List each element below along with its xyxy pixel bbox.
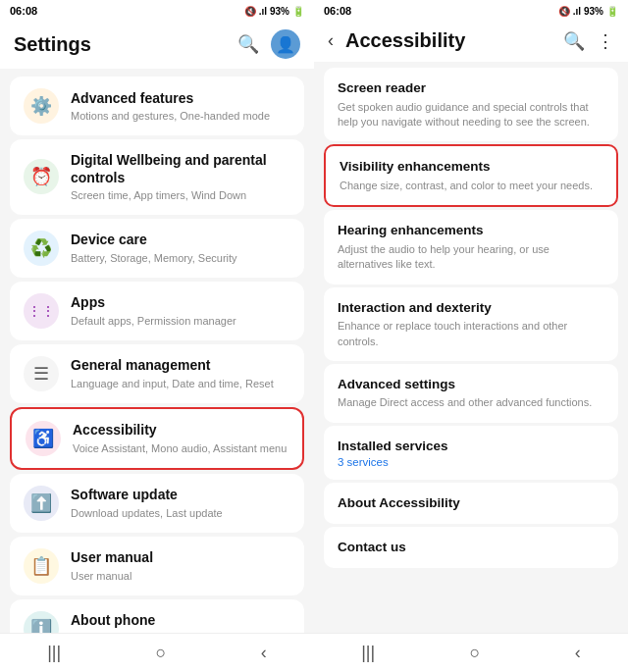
about-phone-text: About phone Status, Legal information, P… (71, 611, 290, 633)
acc-item-interaction-dexterity[interactable]: Interaction and dexterity Enhance or rep… (324, 287, 618, 361)
acc-item-installed-services[interactable]: Installed services 3 services (324, 426, 618, 481)
installed-services-badge: 3 services (338, 456, 604, 468)
left-nav-home[interactable]: ○ (136, 639, 186, 667)
left-wifi-icon: .ıl (259, 6, 267, 17)
left-bottom-nav: ||| ○ ‹ (0, 633, 314, 672)
acc-item-hearing-enhancements[interactable]: Hearing enhancements Adjust the audio to… (324, 210, 618, 284)
general-management-text: General management Language and input, D… (71, 356, 290, 389)
device-care-icon: ♻️ (24, 231, 59, 266)
right-panel: 06:08 🔇 .ıl 93% 🔋 ‹ Accessibility 🔍 ⋮ Sc… (314, 0, 628, 672)
left-nav-recent[interactable]: ||| (27, 639, 80, 667)
hearing-enhancements-subtitle: Adjust the audio to help your hearing, o… (338, 242, 604, 273)
right-nav-back[interactable]: ‹ (555, 639, 601, 667)
back-icon[interactable]: ‹ (328, 30, 334, 51)
user-manual-icon: 📋 (24, 548, 59, 584)
software-update-title: Software update (71, 486, 290, 503)
setting-item-user-manual[interactable]: 📋 User manual User manual (10, 537, 304, 595)
advanced-settings-title: Advanced settings (338, 376, 604, 393)
accessibility-title: Accessibility (73, 421, 288, 439)
left-search-icon[interactable]: 🔍 (237, 33, 259, 55)
installed-services-title: Installed services (338, 438, 604, 455)
advanced-features-title: Advanced features (71, 89, 290, 107)
visibility-enhancements-title: Visibility enhancements (340, 158, 602, 176)
device-care-title: Device care (71, 231, 290, 248)
right-battery-icon: 🔋 (606, 6, 618, 17)
right-header-icons: 🔍 ⋮ (563, 30, 614, 52)
right-nav-recent[interactable]: ||| (341, 639, 394, 667)
software-update-text: Software update Download updates, Last u… (71, 486, 290, 519)
setting-item-device-care[interactable]: ♻️ Device care Battery, Storage, Memory,… (10, 219, 304, 278)
setting-item-accessibility[interactable]: ♿ Accessibility Voice Assistant, Mono au… (10, 407, 304, 470)
left-status-bar: 06:08 🔇 .ıl 93% 🔋 (0, 0, 314, 22)
left-nav-back[interactable]: ‹ (241, 639, 287, 667)
right-status-bar: 06:08 🔇 .ıl 93% 🔋 (314, 0, 628, 22)
setting-item-digital-wellbeing[interactable]: ⏰ Digital Wellbeing and parental control… (10, 139, 304, 215)
setting-item-advanced-features[interactable]: ⚙️ Advanced features Motions and gesture… (10, 77, 304, 135)
software-update-subtitle: Download updates, Last update (71, 506, 290, 520)
digital-wellbeing-title: Digital Wellbeing and parental controls (71, 151, 290, 186)
right-signal-icon: 🔇 (558, 6, 570, 17)
left-signal-icon: 🔇 (244, 6, 256, 17)
visibility-enhancements-subtitle: Change size, contrast, and color to meet… (340, 179, 602, 193)
device-care-text: Device care Battery, Storage, Memory, Se… (71, 231, 290, 264)
acc-item-advanced-settings[interactable]: Advanced settings Manage Direct access a… (324, 364, 618, 423)
settings-list: ⚙️ Advanced features Motions and gesture… (0, 69, 314, 633)
apps-text: Apps Default apps, Permission manager (71, 293, 290, 327)
interaction-dexterity-subtitle: Enhance or replace touch interactions an… (338, 319, 604, 349)
accessibility-subtitle: Voice Assistant, Mono audio, Assistant m… (73, 441, 288, 455)
advanced-features-text: Advanced features Motions and gestures, … (71, 89, 290, 123)
setting-item-general-management[interactable]: ☰ General management Language and input,… (10, 344, 304, 403)
acc-item-about-accessibility[interactable]: About Accessibility (324, 483, 618, 524)
left-header-icons: 🔍 👤 (237, 29, 300, 59)
setting-item-about-phone[interactable]: ℹ️ About phone Status, Legal information… (10, 599, 304, 633)
left-header: Settings 🔍 👤 (0, 22, 314, 69)
hearing-enhancements-title: Hearing enhancements (338, 222, 604, 239)
left-battery-icon: 🔋 (292, 6, 304, 17)
user-manual-text: User manual User manual (71, 548, 290, 582)
right-search-icon[interactable]: 🔍 (563, 30, 585, 52)
general-management-title: General management (71, 356, 290, 374)
right-time: 06:08 (324, 5, 351, 17)
accessibility-page-title: Accessibility (345, 29, 465, 52)
right-status-icons: 🔇 .ıl 93% 🔋 (558, 6, 618, 17)
acc-item-screen-reader[interactable]: Screen reader Get spoken audio guidance … (324, 68, 618, 141)
acc-item-visibility-enhancements[interactable]: Visibility enhancements Change size, con… (324, 144, 618, 207)
interaction-dexterity-title: Interaction and dexterity (338, 299, 604, 317)
left-battery-text: 93% (270, 6, 289, 17)
about-phone-title: About phone (71, 611, 290, 629)
advanced-settings-subtitle: Manage Direct access and other advanced … (338, 395, 604, 410)
user-avatar[interactable]: 👤 (271, 29, 300, 59)
general-management-subtitle: Language and input, Date and time, Reset (71, 377, 290, 390)
right-header: ‹ Accessibility 🔍 ⋮ (314, 22, 628, 62)
left-status-icons: 🔇 .ıl 93% 🔋 (244, 6, 304, 17)
right-nav-home[interactable]: ○ (450, 639, 500, 667)
digital-wellbeing-text: Digital Wellbeing and parental controls … (71, 151, 290, 203)
avatar-icon: 👤 (276, 35, 295, 54)
apps-icon: ⋮⋮ (24, 293, 59, 329)
apps-subtitle: Default apps, Permission manager (71, 314, 290, 328)
settings-title: Settings (14, 33, 91, 56)
about-accessibility-title: About Accessibility (338, 494, 604, 512)
contact-us-title: Contact us (338, 539, 604, 556)
setting-item-software-update[interactable]: ⬆️ Software update Download updates, Las… (10, 474, 304, 533)
screen-reader-title: Screen reader (338, 79, 604, 97)
accessibility-text: Accessibility Voice Assistant, Mono audi… (73, 421, 288, 454)
device-care-subtitle: Battery, Storage, Memory, Security (71, 251, 290, 265)
apps-title: Apps (71, 293, 290, 311)
right-bottom-nav: ||| ○ ‹ (314, 633, 628, 672)
acc-item-contact-us[interactable]: Contact us (324, 527, 618, 568)
digital-wellbeing-subtitle: Screen time, App timers, Wind Down (71, 188, 290, 202)
left-panel: 06:08 🔇 .ıl 93% 🔋 Settings 🔍 👤 ⚙️ Advanc… (0, 0, 314, 672)
advanced-features-subtitle: Motions and gestures, One-handed mode (71, 109, 290, 123)
right-battery-text: 93% (584, 6, 603, 17)
screen-reader-subtitle: Get spoken audio guidance and special co… (338, 100, 604, 130)
accessibility-icon: ♿ (26, 421, 61, 456)
left-time: 06:08 (10, 5, 37, 17)
setting-item-apps[interactable]: ⋮⋮ Apps Default apps, Permission manager (10, 282, 304, 340)
advanced-features-icon: ⚙️ (24, 88, 59, 124)
software-update-icon: ⬆️ (24, 486, 59, 521)
right-more-icon[interactable]: ⋮ (597, 30, 614, 52)
user-manual-title: User manual (71, 548, 290, 566)
about-phone-subtitle: Status, Legal information, Phone name (71, 632, 290, 633)
about-phone-icon: ℹ️ (24, 611, 59, 633)
